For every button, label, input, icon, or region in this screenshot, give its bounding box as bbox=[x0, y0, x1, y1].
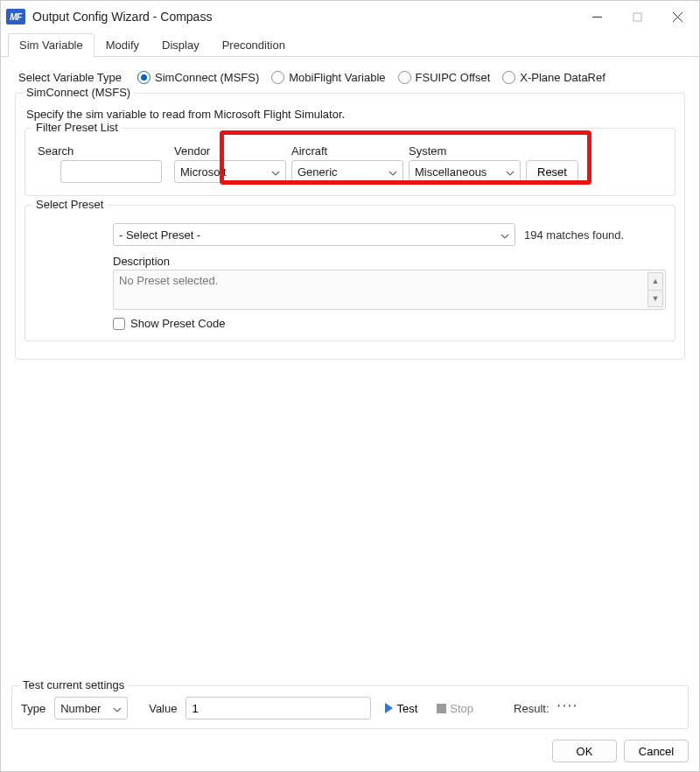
select-preset-group: Select Preset - Select Preset - 194 matc… bbox=[24, 205, 676, 341]
value-input[interactable] bbox=[186, 697, 371, 719]
filter-legend: Filter Preset List bbox=[32, 121, 122, 134]
arrow-up-icon[interactable]: ▲ bbox=[648, 272, 663, 290]
play-icon bbox=[385, 703, 393, 713]
ok-button[interactable]: OK bbox=[552, 740, 617, 762]
type-value: Number bbox=[60, 702, 101, 715]
radio-icon bbox=[137, 71, 150, 84]
chevron-down-icon bbox=[388, 167, 397, 176]
radio-icon bbox=[271, 71, 284, 84]
radio-mobiflight[interactable]: MobiFlight Variable bbox=[271, 71, 385, 84]
aircraft-value: Generic bbox=[298, 165, 338, 179]
app-icon: MF bbox=[6, 9, 25, 25]
window-title: Output Config Wizard - Compass bbox=[32, 10, 577, 24]
radio-label: MobiFlight Variable bbox=[289, 71, 385, 84]
aircraft-select[interactable]: Generic bbox=[291, 160, 403, 183]
arrow-down-icon[interactable]: ▼ bbox=[648, 290, 663, 308]
simconnect-group: SimConnect (MSFS) Specify the sim variab… bbox=[15, 93, 685, 360]
search-input[interactable] bbox=[60, 160, 162, 183]
stop-icon bbox=[437, 704, 446, 713]
show-preset-code-label: Show Preset Code bbox=[130, 317, 225, 330]
filter-row: Search Vendor Microsoft Aircraft Generic bbox=[34, 143, 666, 186]
svg-rect-1 bbox=[634, 13, 641, 21]
test-button[interactable]: Test bbox=[380, 697, 423, 719]
reset-button[interactable]: Reset bbox=[526, 160, 578, 183]
chevron-down-icon bbox=[506, 167, 514, 176]
radio-xplane[interactable]: X-Plane DataRef bbox=[502, 71, 606, 84]
tabstrip: Sim Variable Modify Display Precondition bbox=[1, 32, 699, 57]
preset-select-value: - Select Preset - bbox=[119, 228, 200, 242]
radio-simconnect[interactable]: SimConnect (MSFS) bbox=[137, 71, 259, 84]
system-value: Miscellaneous bbox=[415, 165, 486, 179]
radio-icon bbox=[502, 71, 515, 84]
show-preset-code-row[interactable]: Show Preset Code bbox=[113, 317, 666, 330]
description-box[interactable]: No Preset selected. ▲ ▼ bbox=[113, 270, 666, 310]
result-value: ' ' ' ' bbox=[558, 702, 577, 715]
variable-type-label: Select Variable Type bbox=[18, 71, 122, 84]
search-label: Search bbox=[38, 144, 162, 158]
radio-label: X-Plane DataRef bbox=[520, 71, 606, 84]
titlebar: MF Output Config Wizard - Compass bbox=[1, 1, 699, 32]
simconnect-legend: SimConnect (MSFS) bbox=[23, 86, 134, 99]
simconnect-instruction: Specify the sim variable to read from Mi… bbox=[26, 108, 676, 121]
bottom-area: Test current settings Type Number Value … bbox=[1, 685, 699, 771]
system-select[interactable]: Miscellaneous bbox=[409, 160, 521, 183]
chevron-down-icon bbox=[500, 230, 509, 239]
tab-sim-variable[interactable]: Sim Variable bbox=[8, 33, 94, 57]
description-value: No Preset selected. bbox=[119, 274, 218, 287]
chevron-down-icon bbox=[271, 167, 280, 176]
filter-preset-group: Filter Preset List Search Vendor Microso… bbox=[24, 128, 676, 196]
select-preset-legend: Select Preset bbox=[32, 198, 107, 211]
radio-label: SimConnect (MSFS) bbox=[155, 71, 259, 84]
test-legend: Test current settings bbox=[19, 678, 128, 691]
close-button[interactable] bbox=[657, 3, 697, 31]
system-label: System bbox=[409, 144, 521, 158]
vendor-label: Vendor bbox=[174, 144, 286, 158]
tab-precondition[interactable]: Precondition bbox=[211, 33, 297, 57]
tab-display[interactable]: Display bbox=[150, 33, 211, 57]
stop-button-label: Stop bbox=[450, 702, 473, 715]
checkbox-icon[interactable] bbox=[113, 318, 125, 330]
tab-modify[interactable]: Modify bbox=[94, 33, 150, 57]
type-select[interactable]: Number bbox=[54, 697, 128, 719]
cancel-button[interactable]: Cancel bbox=[624, 740, 689, 762]
matches-text: 194 matches found. bbox=[524, 228, 624, 242]
vendor-value: Microsoft bbox=[180, 165, 227, 179]
value-label: Value bbox=[149, 702, 177, 715]
radio-icon bbox=[398, 71, 411, 84]
vendor-select[interactable]: Microsoft bbox=[174, 160, 286, 183]
description-scroll[interactable]: ▲ ▼ bbox=[648, 272, 663, 307]
description-label: Description bbox=[113, 255, 666, 268]
result-label: Result: bbox=[514, 702, 549, 715]
stop-button[interactable]: Stop bbox=[431, 697, 479, 719]
content-area: Select Variable Type SimConnect (MSFS) M… bbox=[1, 57, 699, 372]
chevron-down-icon bbox=[113, 704, 122, 712]
minimize-button[interactable] bbox=[577, 3, 617, 31]
radio-label: FSUIPC Offset bbox=[416, 71, 491, 84]
test-button-label: Test bbox=[396, 702, 417, 715]
preset-select[interactable]: - Select Preset - bbox=[113, 223, 515, 246]
radio-fsuipc[interactable]: FSUIPC Offset bbox=[398, 71, 491, 84]
maximize-button[interactable] bbox=[617, 3, 657, 31]
aircraft-label: Aircraft bbox=[291, 144, 403, 158]
test-settings-group: Test current settings Type Number Value … bbox=[11, 685, 689, 729]
type-label: Type bbox=[21, 702, 46, 715]
